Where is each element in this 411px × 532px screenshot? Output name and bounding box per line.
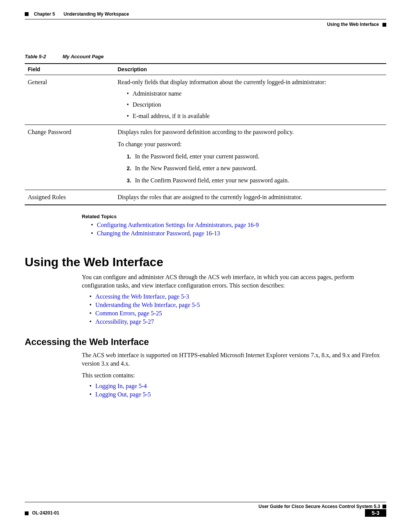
xref-link[interactable]: Accessing the Web Interface, page 5-3: [96, 293, 189, 300]
page-footer: User Guide for Cisco Secure Access Contr…: [25, 502, 386, 517]
related-topics-heading: Related Topics: [82, 214, 386, 219]
list-item: 2.In the New Password field, enter a new…: [127, 163, 383, 173]
table-row: Change Password Displays rules for passw…: [25, 125, 386, 190]
doc-id: OL-24201-01: [32, 510, 59, 516]
cell-field: Assigned Roles: [25, 190, 115, 205]
list-item: Changing the Administrator Password, pag…: [91, 230, 386, 237]
th-field: Field: [25, 64, 115, 75]
cell-desc: Displays the roles that are assigned to …: [115, 190, 386, 205]
cell-desc: Displays rules for password definition a…: [115, 125, 386, 190]
footer-marker-icon: [382, 505, 386, 508]
list-item: 1.In the Password field, enter your curr…: [127, 152, 383, 161]
table-row: Assigned Roles Displays the roles that a…: [25, 190, 386, 205]
table-number: Table 5-2: [25, 54, 46, 59]
chapter-label: Chapter 5: [34, 11, 55, 17]
list-item: Accessing the Web Interface, page 5-3: [89, 293, 386, 300]
guide-title: User Guide for Cisco Secure Access Contr…: [258, 504, 380, 509]
list-item: Configuring Authentication Settings for …: [91, 222, 386, 228]
heading-2: Accessing the Web Interface: [25, 337, 386, 347]
list-item: Accessibility, page 5-27: [89, 318, 386, 325]
cell-field: Change Password: [25, 125, 115, 190]
xref-link[interactable]: Configuring Authentication Settings for …: [97, 222, 259, 228]
xref-link[interactable]: Common Errors, page 5-25: [96, 310, 162, 316]
xref-link[interactable]: Changing the Administrator Password, pag…: [97, 230, 220, 236]
list-item: Logging Out, page 5-5: [89, 391, 386, 398]
section-title: Using the Web Interface: [327, 22, 379, 27]
list-item: Common Errors, page 5-25: [89, 310, 386, 317]
xref-link[interactable]: Understanding the Web Interface, page 5-…: [96, 302, 200, 308]
xref-link[interactable]: Logging Out, page 5-5: [96, 391, 151, 398]
running-header: Chapter 5 Understanding My Workspace: [25, 11, 386, 17]
list-item: Understanding the Web Interface, page 5-…: [89, 302, 386, 308]
th-description: Description: [115, 64, 386, 75]
list-item: Logging In, page 5-4: [89, 383, 386, 390]
body-paragraph: You can configure and administer ACS thr…: [82, 273, 386, 290]
related-topics: Related Topics Configuring Authenticatio…: [82, 214, 386, 237]
list-item: Description: [127, 100, 383, 110]
chapter-title: Understanding My Workspace: [64, 11, 129, 17]
cell-desc: Read-only fields that display informatio…: [115, 75, 386, 125]
body-paragraph: This section contains:: [82, 371, 386, 380]
table-caption: Table 5-2 My Account Page: [25, 54, 386, 59]
my-account-table: Field Description General Read-only fiel…: [25, 63, 386, 205]
list-item: E-mail address, if it is available: [127, 111, 383, 121]
body-paragraph: The ACS web interface is supported on HT…: [82, 351, 386, 368]
table-title: My Account Page: [63, 54, 104, 59]
heading-1: Using the Web Interface: [25, 255, 386, 269]
page: Chapter 5 Understanding My Workspace Usi…: [0, 0, 411, 532]
table-row: General Read-only fields that display in…: [25, 75, 386, 125]
footer-marker-icon: [25, 511, 29, 515]
header-marker-icon: [382, 23, 386, 27]
xref-link[interactable]: Logging In, page 5-4: [96, 383, 147, 389]
xref-link[interactable]: Accessibility, page 5-27: [96, 318, 154, 325]
header-marker-icon: [25, 12, 29, 16]
page-number: 5-3: [365, 509, 386, 517]
cell-field: General: [25, 75, 115, 125]
list-item: Administrator name: [127, 89, 383, 99]
list-item: 3.In the Confirm Password field, enter y…: [127, 176, 383, 185]
